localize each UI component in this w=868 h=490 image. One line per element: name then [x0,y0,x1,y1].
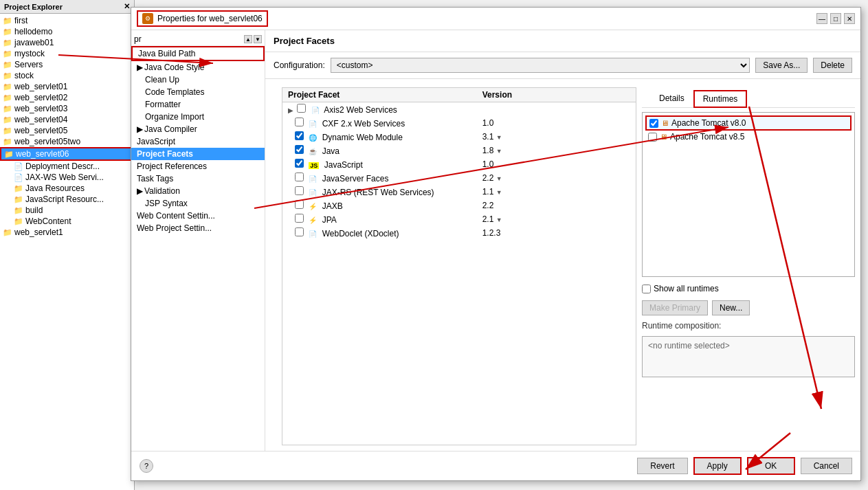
facet-checkbox[interactable] [295,131,304,140]
tree-item-label: web_servlet04 [14,115,67,124]
runtime-item[interactable]: 🖥 Apache Tomcat v8.0 [645,115,852,131]
project-tree-item[interactable]: 📁first [0,15,134,26]
facets-section: Project Facet Version ▶ 📄 Axis2 Web Serv… [265,82,642,451]
project-tree-item[interactable]: 📁hellodemo [0,26,134,37]
project-tree-item[interactable]: 📄Deployment Descr... [0,161,134,172]
project-tree-item[interactable]: 📁web_servlet05two [0,136,134,147]
facet-checkbox[interactable] [295,159,304,168]
facet-checkbox[interactable] [295,227,304,236]
runtime-item[interactable]: 🖥 Apache Tomcat v8.5 [645,131,852,143]
left-panel-item[interactable]: Organize Import [131,111,265,123]
scroll-down-button[interactable]: ▼ [254,35,262,43]
tree-item-icon: 📁 [3,16,12,25]
project-tree-item[interactable]: 📁javaweb01 [0,37,134,48]
project-tree-item[interactable]: 📁web_servlet02 [0,92,134,103]
left-panel-item[interactable]: Task Tags [131,172,265,185]
table-row[interactable]: 📄 JAX-RS (REST Web Services) 1.1 ▼ [282,185,636,199]
facet-checkbox[interactable] [297,104,306,113]
facet-checkbox[interactable] [295,214,304,223]
table-row[interactable]: ▶ 📄 Axis2 Web Services [282,102,636,117]
facet-checkbox[interactable] [295,118,304,126]
tree-item-label: javaweb01 [14,38,54,47]
left-panel-item[interactable]: ▶Validation [131,185,265,197]
help-button[interactable]: ? [140,459,153,473]
project-tree-item[interactable]: 📁web_servlet03 [0,103,134,114]
table-row[interactable]: 📄 CXF 2.x Web Services 1.0 [282,116,636,130]
configuration-select[interactable]: <custom> [331,58,750,73]
cancel-button[interactable]: Cancel [801,458,852,474]
table-row[interactable]: 🌐 Dynamic Web Module 3.1 ▼ [282,130,636,144]
dialog-close-button[interactable]: ✕ [844,13,855,24]
facet-checkbox[interactable] [295,172,304,181]
project-tree-item[interactable]: 📁Java Resources [0,183,134,194]
project-tree-item[interactable]: 📁web_servlet1 [0,227,134,238]
left-panel-item[interactable]: JavaScript [131,135,265,148]
project-tree-item[interactable]: 📁web_servlet05 [0,125,134,136]
project-tree-item[interactable]: 📁web_servlet06 [0,147,134,161]
left-panel-item[interactable]: Web Project Settin... [131,222,265,234]
show-all-runtimes-checkbox[interactable] [642,285,651,293]
left-panel-item[interactable]: ▶Java Code Style [131,61,265,74]
table-row[interactable]: ⚡ JAXB 2.2 [282,199,636,212]
runtimes-panel: Details Runtimes 🖥 Apache Tomcat v8.0 🖥 … [642,87,855,445]
tree-item-icon: 📁 [14,195,23,204]
facet-icon: 📄 [309,230,317,238]
facet-version: 2.2 [482,201,494,210]
left-item-label: Task Tags [137,174,173,183]
tree-item-label: Servers [14,60,43,69]
dialog-maximize-button[interactable]: □ [830,13,841,24]
facet-checkbox[interactable] [295,200,304,209]
delete-button[interactable]: Delete [813,58,852,73]
left-panel-item[interactable]: Project References [131,160,265,172]
left-panel-item[interactable]: JSP Syntax [131,197,265,210]
scroll-up-button[interactable]: ▲ [244,35,252,43]
left-panel-item[interactable]: Clean Up [131,74,265,86]
project-tree-item[interactable]: 📁stock [0,70,134,81]
make-primary-button[interactable]: Make Primary [642,300,708,315]
left-panel-item[interactable]: Project Facets [131,148,265,160]
col-header-facet: Project Facet [282,88,477,102]
version-dropdown-icon[interactable]: ▼ [496,216,502,223]
ok-button[interactable]: OK [747,457,795,475]
facet-checkbox[interactable] [295,186,304,195]
table-row[interactable]: 📄 JavaServer Faces 2.2 ▼ [282,171,636,185]
version-dropdown-icon[interactable]: ▼ [496,134,502,141]
version-dropdown-icon[interactable]: ▼ [496,175,502,182]
project-tree-item[interactable]: 📁build [0,205,134,216]
left-panel-item[interactable]: Java Build Path [131,46,265,61]
table-row[interactable]: JS JavaScript 1.0 [282,157,636,171]
project-tree-item[interactable]: 📁web_servlet04 [0,114,134,125]
facet-icon: ⚡ [309,216,317,224]
row-expand-icon: ▶ [288,107,293,114]
project-explorer-close-icon[interactable]: ✕ [124,2,130,11]
project-tree-item[interactable]: 📁mystock [0,48,134,59]
facet-icon: 📄 [309,120,317,128]
left-panel-item[interactable]: ▶Java Compiler [131,123,265,135]
runtime-checkbox[interactable] [649,119,658,128]
left-panel-item[interactable]: Web Content Settin... [131,210,265,222]
dialog-window-controls: — □ ✕ [816,13,855,24]
project-tree-item[interactable]: 📄JAX-WS Web Servi... [0,172,134,183]
project-tree-item[interactable]: 📁Servers [0,59,134,70]
tree-item-label: JAX-WS Web Servi... [25,172,104,182]
table-row[interactable]: ⚡ JPA 2.1 ▼ [282,212,636,226]
revert-button[interactable]: Revert [637,458,687,474]
tab-details[interactable]: Details [650,90,693,107]
table-row[interactable]: ☕ Java 1.8 ▼ [282,144,636,157]
project-tree-item[interactable]: 📁WebContent [0,216,134,227]
apply-button[interactable]: Apply [693,457,742,475]
tree-item-icon: 📄 [14,162,23,171]
runtime-checkbox[interactable] [648,133,657,142]
save-as-button[interactable]: Save As... [755,58,808,73]
version-dropdown-icon[interactable]: ▼ [496,189,502,196]
table-row[interactable]: 📄 WebDoclet (XDoclet) 1.2.3 [282,226,636,240]
tab-runtimes[interactable]: Runtimes [693,90,748,108]
project-tree-item[interactable]: 📁JavaScript Resourc... [0,194,134,205]
project-tree-item[interactable]: 📁web_servlet01 [0,81,134,92]
version-dropdown-icon[interactable]: ▼ [496,148,502,155]
left-panel-item[interactable]: Formatter [131,98,265,111]
dialog-minimize-button[interactable]: — [816,13,827,24]
new-runtime-button[interactable]: New... [712,300,750,315]
left-panel-item[interactable]: Code Templates [131,86,265,98]
facet-checkbox[interactable] [295,145,304,154]
